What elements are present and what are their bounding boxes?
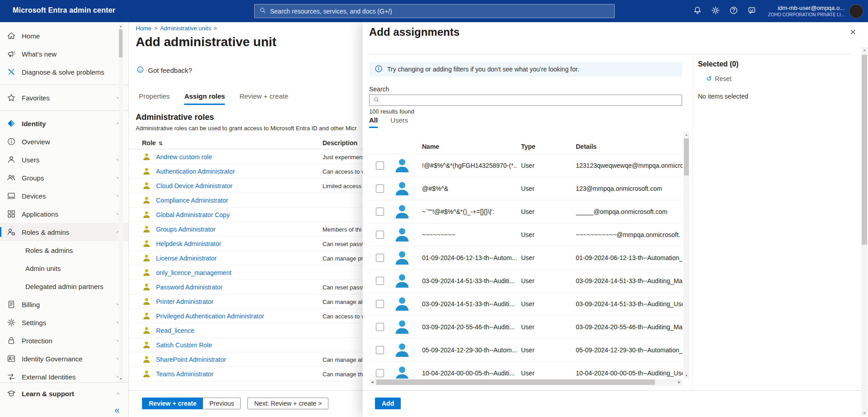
sidebar-item-groups[interactable]: Groups	[0, 169, 128, 187]
row-checkbox[interactable]	[376, 277, 384, 285]
previous-button[interactable]: Previous	[203, 398, 241, 409]
role-link[interactable]: Cloud Device Administrator	[156, 182, 232, 190]
table-row[interactable]: ~~~~~~~~~User~~~~~~~~~~~@mmpqa.onmicroso…	[369, 223, 683, 246]
scroll-down-arrow-icon[interactable]: ▼	[683, 373, 689, 379]
more-options-icon[interactable]: ...	[263, 40, 271, 48]
panel-search-input[interactable]	[383, 97, 678, 104]
sidebar-item-identity[interactable]: Identity	[0, 114, 128, 133]
panel-search-box[interactable]	[369, 95, 682, 106]
sidebar-item-settings[interactable]: Settings	[0, 313, 128, 332]
sidebar-item-diagnose-solve-problems[interactable]: Diagnose & solve problems	[0, 63, 128, 81]
sidebar-scrollbar-thumb[interactable]	[119, 29, 123, 57]
role-link[interactable]: Teams Administrator	[156, 370, 213, 378]
feedback-button[interactable]	[743, 0, 761, 22]
tab-review-create[interactable]: Review + create	[239, 92, 288, 105]
sidebar-scrollbar[interactable]: ▲ ▼	[119, 22, 123, 382]
row-checkbox[interactable]	[376, 323, 384, 331]
scroll-down-arrow-icon[interactable]: ▼	[119, 376, 123, 381]
scroll-up-arrow-icon[interactable]: ▲	[119, 23, 123, 28]
scroll-down-arrow-icon[interactable]: ▼	[861, 410, 868, 416]
portal-settings-button[interactable]	[707, 0, 725, 22]
role-link[interactable]: Privileged Authentication Administrator	[156, 313, 264, 320]
row-checkbox[interactable]	[376, 231, 384, 239]
role-link[interactable]: Satish Custom Role	[156, 341, 212, 349]
sidebar-item-roles-admins[interactable]: Roles & admins	[0, 223, 128, 241]
panel-scrollbar[interactable]: ▲ ▼	[861, 47, 868, 416]
column-header-description[interactable]: Description	[323, 139, 357, 147]
row-checkbox[interactable]	[376, 346, 384, 354]
table-row[interactable]: 05-09-2024-12-29-30-th--Autom...User05-0…	[369, 339, 683, 362]
role-link[interactable]: only_licence_management	[156, 269, 232, 276]
column-header-name[interactable]: Name	[422, 143, 439, 150]
row-checkbox[interactable]	[376, 254, 384, 262]
table-row[interactable]: ~`""!@#$%^&*()_-+=[]{}\|':User_____@ompq…	[369, 200, 683, 223]
column-header-role[interactable]: Role⇅	[142, 139, 163, 147]
table-row[interactable]: 03-09-2024-20-55-46-th--Auditi...User03-…	[369, 316, 683, 339]
role-link[interactable]: Helpdesk Administrator	[156, 240, 221, 247]
role-link[interactable]: Read_licence	[156, 327, 194, 334]
role-link[interactable]: Password Administrator	[156, 284, 223, 291]
sidebar-item-protection[interactable]: Protection	[0, 332, 128, 350]
close-icon[interactable]: ✕	[850, 28, 856, 37]
panel-tab-users[interactable]: Users	[390, 116, 408, 128]
sidebar-item-users[interactable]: Users	[0, 151, 128, 169]
tab-properties[interactable]: Properties	[139, 92, 170, 105]
panel-tab-all[interactable]: All	[369, 116, 378, 128]
got-feedback-link[interactable]: Got feedback?	[136, 66, 192, 75]
sidebar-collapse-button[interactable]: «	[114, 405, 119, 415]
role-link[interactable]: Printer Administrator	[156, 298, 213, 305]
sidebar-item-roles-admins[interactable]: Roles & admins	[0, 241, 128, 259]
app-title[interactable]: Microsoft Entra admin center	[13, 6, 115, 14]
table-row[interactable]: !@#$%^&*(hgFGH143258970-(*...User123123q…	[369, 154, 683, 177]
column-header-type[interactable]: Type	[521, 143, 536, 150]
avatar[interactable]	[849, 4, 863, 19]
list-vscrollbar-thumb[interactable]	[684, 138, 689, 175]
global-search-box[interactable]	[254, 4, 615, 18]
sidebar-item-learn-support[interactable]: Learn & support	[0, 384, 128, 403]
role-link[interactable]: Andrew custom role	[156, 153, 212, 161]
list-hscrollbar-thumb[interactable]	[376, 379, 655, 385]
sidebar-item-admin-units[interactable]: Admin units	[0, 259, 128, 277]
sidebar-item-favorites[interactable]: Favorites	[0, 89, 128, 107]
add-button[interactable]: Add	[375, 398, 401, 409]
scroll-right-arrow-icon[interactable]: ▶	[676, 379, 683, 385]
breadcrumb-link[interactable]: Home	[136, 25, 152, 32]
sidebar-item-identity-governance[interactable]: Identity Governance	[0, 350, 128, 368]
sidebar-item-what-s-new[interactable]: What's new	[0, 45, 128, 63]
scroll-up-arrow-icon[interactable]: ▲	[861, 47, 868, 53]
list-vertical-scrollbar[interactable]: ▲ ▼	[683, 132, 689, 379]
row-checkbox[interactable]	[376, 161, 384, 170]
review-create-button[interactable]: Review + create	[142, 398, 203, 409]
help-button[interactable]	[725, 0, 743, 22]
table-row[interactable]: 10-04-2024-00-00-05-th--Auditi...User10-…	[369, 362, 683, 379]
scroll-left-arrow-icon[interactable]: ◀	[369, 379, 375, 385]
sidebar-item-overview[interactable]: Overview	[0, 133, 128, 151]
next-button[interactable]: Next: Review + create >	[247, 398, 328, 409]
list-horizontal-scrollbar[interactable]: ◀ ▶	[369, 379, 683, 385]
breadcrumb-link[interactable]: Administrative units	[160, 25, 211, 32]
row-checkbox[interactable]	[376, 300, 384, 308]
row-checkbox[interactable]	[376, 208, 384, 216]
sort-icon[interactable]: ⇅	[158, 141, 162, 146]
scroll-up-arrow-icon[interactable]: ▲	[683, 132, 689, 137]
table-row[interactable]: 03-09-2024-14-51-33-th--Auditi...User03-…	[369, 270, 683, 293]
account-menu[interactable]: idm-mb-user@ompqa.o... ZOHO CORPORATION …	[768, 5, 844, 18]
reset-button[interactable]: ↺ Reset	[706, 75, 731, 83]
sidebar-item-applications[interactable]: Applications	[0, 205, 128, 223]
table-row[interactable]: @#$%^&User123@mmpqa.onmicrosoft.com	[369, 177, 683, 200]
role-link[interactable]: License Administrator	[156, 255, 217, 262]
sidebar-item-external-identities[interactable]: External Identities	[0, 368, 128, 382]
tab-assign-roles[interactable]: Assign roles	[184, 92, 225, 105]
role-link[interactable]: Authentication Administrator	[156, 168, 235, 175]
sidebar-item-devices[interactable]: Devices	[0, 187, 128, 205]
sidebar-item-delegated-admin-partners[interactable]: Delegated admin partners	[0, 277, 128, 295]
panel-scrollbar-thumb[interactable]	[862, 55, 867, 245]
global-search-input[interactable]	[270, 8, 610, 15]
row-checkbox[interactable]	[376, 369, 384, 377]
table-row[interactable]: 03-09-2024-14-51-33-th--Auditi...User03-…	[369, 293, 683, 316]
notifications-button[interactable]	[688, 0, 707, 22]
role-link[interactable]: Compliance Administrator	[156, 197, 228, 204]
table-row[interactable]: 01-09-2024-06-12-13-th--Autom...User01-0…	[369, 246, 683, 270]
row-checkbox[interactable]	[376, 185, 384, 193]
role-link[interactable]: SharePoint Administrator	[156, 356, 226, 363]
